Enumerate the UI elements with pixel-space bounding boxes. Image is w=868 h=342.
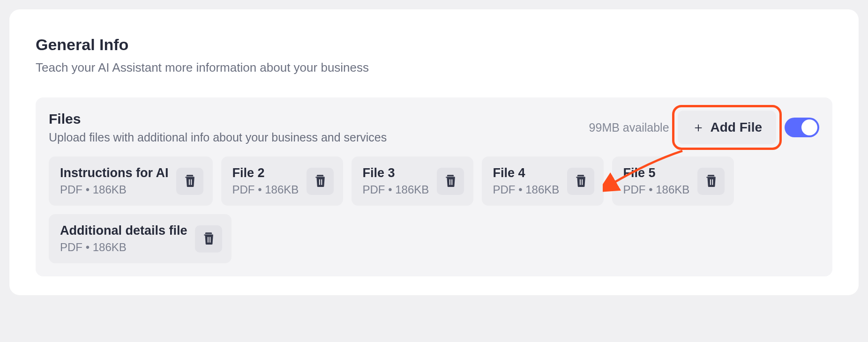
delete-file-button[interactable] xyxy=(307,168,334,195)
add-file-button[interactable]: ＋ Add File xyxy=(678,111,776,144)
storage-available: 99MB available xyxy=(589,121,669,134)
file-card[interactable]: File 5PDF • 186KB xyxy=(612,156,734,206)
file-card[interactable]: Additional details filePDF • 186KB xyxy=(49,214,232,263)
toggle-knob xyxy=(801,119,817,135)
delete-file-button[interactable] xyxy=(567,168,594,195)
file-meta: PDF • 186KB xyxy=(493,183,560,196)
add-file-button-label: Add File xyxy=(711,120,762,135)
file-name: File 3 xyxy=(363,166,429,180)
files-enable-toggle[interactable] xyxy=(785,118,819,137)
files-panel-title: Files xyxy=(49,111,580,127)
plus-icon: ＋ xyxy=(692,121,705,134)
file-card[interactable]: Instructions for AIPDF • 186KB xyxy=(49,156,213,206)
trash-icon xyxy=(202,231,215,246)
file-meta: PDF • 186KB xyxy=(623,183,690,196)
general-info-card: General Info Teach your AI Assistant mor… xyxy=(9,9,859,295)
file-name: Additional details file xyxy=(60,223,187,238)
files-panel-header: Files Upload files with additional info … xyxy=(49,111,819,144)
file-name: File 4 xyxy=(493,166,560,180)
file-name: Instructions for AI xyxy=(60,166,169,180)
page-title: General Info xyxy=(36,36,832,54)
delete-file-button[interactable] xyxy=(195,225,222,253)
files-panel-subtitle: Upload files with additional info about … xyxy=(49,131,580,144)
delete-file-button[interactable] xyxy=(697,168,725,195)
file-card[interactable]: File 4PDF • 186KB xyxy=(482,156,604,206)
delete-file-button[interactable] xyxy=(176,168,203,195)
trash-icon xyxy=(184,174,196,188)
trash-icon xyxy=(705,174,717,188)
files-panel: Files Upload files with additional info … xyxy=(36,97,832,276)
trash-icon xyxy=(314,174,326,188)
file-name: File 5 xyxy=(623,166,690,180)
page-subtitle: Teach your AI Assistant more information… xyxy=(36,60,832,75)
file-name: File 2 xyxy=(232,166,299,180)
file-grid: Instructions for AIPDF • 186KBFile 2PDF … xyxy=(49,156,819,263)
delete-file-button[interactable] xyxy=(437,168,464,195)
file-meta: PDF • 186KB xyxy=(363,183,429,196)
trash-icon xyxy=(575,174,587,188)
file-card[interactable]: File 3PDF • 186KB xyxy=(352,156,473,206)
trash-icon xyxy=(444,174,456,188)
file-meta: PDF • 186KB xyxy=(60,241,187,254)
file-meta: PDF • 186KB xyxy=(232,183,299,196)
file-card[interactable]: File 2PDF • 186KB xyxy=(221,156,343,206)
file-meta: PDF • 186KB xyxy=(60,183,169,196)
